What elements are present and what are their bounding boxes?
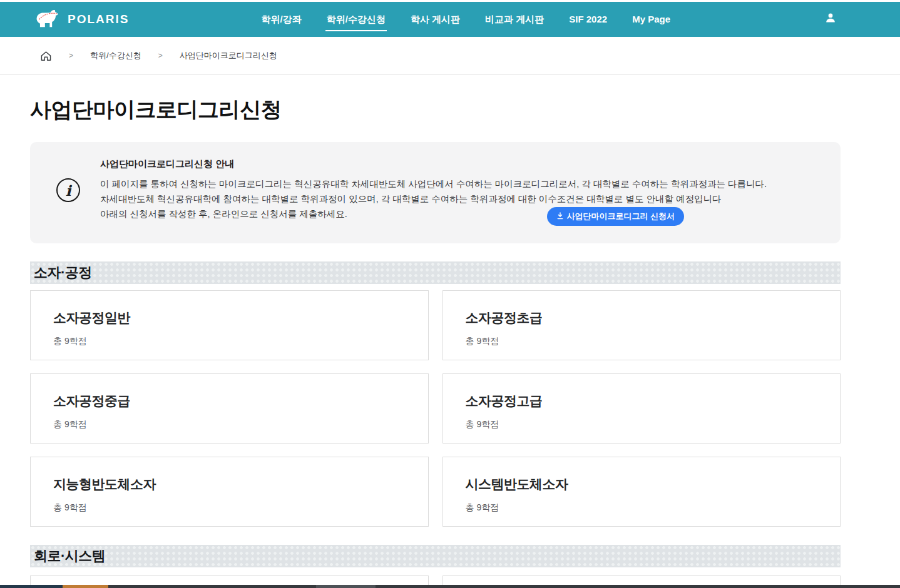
brand-logo[interactable]: POLARIS	[34, 9, 129, 31]
card-credits: 총 9학점	[466, 336, 841, 347]
notice-heading: 사업단마이크로디그리신청 안내	[100, 158, 767, 170]
section-header-circuit-system: 회로·시스템	[30, 545, 841, 567]
breadcrumb-item-enrollment[interactable]: 학위/수강신청	[90, 50, 141, 61]
breadcrumb-separator-icon: >	[158, 51, 163, 60]
taskbar-segment	[63, 585, 108, 588]
nav-item-academic-board[interactable]: 학사 게시판	[411, 14, 460, 26]
notice-line: 차세대반도체 혁신공유대학에 참여하는 대학별로 학위과정이 있으며, 각 대학…	[100, 191, 767, 206]
breadcrumb-separator-icon: >	[69, 51, 73, 60]
nav-item-degree-courses[interactable]: 학위/강좌	[262, 14, 302, 26]
section-title: 회로·시스템	[34, 547, 105, 565]
download-icon	[556, 212, 564, 221]
card-title: 소자공정중급	[53, 392, 428, 410]
home-icon[interactable]	[40, 51, 52, 61]
section-title: 소자·공정	[34, 263, 92, 282]
card-title: 지능형반도체소자	[53, 475, 428, 493]
breadcrumb-current-page: 사업단마이크로디그리신청	[180, 50, 277, 61]
breadcrumb: > 학위/수강신청 > 사업단마이크로디그리신청	[0, 37, 900, 75]
microdegree-card-grid: 소자공정일반 총 9학점 소자공정초급 총 9학점 소자공정중급 총 9학점 소…	[30, 290, 841, 527]
card-credits: 총 9학점	[53, 502, 428, 514]
user-account-button[interactable]	[824, 11, 837, 28]
user-icon	[824, 11, 837, 28]
main-content: 사업단마이크로디그리신청 i 사업단마이크로디그리신청 안내 이 페이지를 통하…	[30, 96, 841, 588]
taskbar-segment	[316, 585, 376, 588]
nav-item-my-page[interactable]: My Page	[632, 14, 670, 26]
card-credits: 총 9학점	[466, 419, 841, 430]
nav-item-sif-2022[interactable]: SIF 2022	[569, 14, 607, 26]
card-device-process-beginner[interactable]: 소자공정초급 총 9학점	[442, 290, 841, 360]
top-navbar: POLARIS 학위/강좌 학위/수강신청 학사 게시판 비교과 게시판 SIF…	[0, 2, 900, 37]
card-title: 소자공정초급	[466, 309, 841, 327]
card-title: 시스템반도체소자	[466, 475, 841, 493]
page-title: 사업단마이크로디그리신청	[30, 96, 841, 124]
card-intelligent-semiconductor-device[interactable]: 지능형반도체소자 총 9학점	[30, 457, 429, 527]
card-device-process-advanced[interactable]: 소자공정고급 총 9학점	[442, 373, 841, 444]
card-credits: 총 9학점	[53, 419, 428, 430]
info-icon: i	[56, 178, 80, 202]
polar-bear-logo-icon	[34, 9, 62, 31]
notice-line: 이 페이지를 통하여 신청하는 마이크로디그리는 혁신공유대학 차세대반도체 사…	[100, 176, 767, 191]
notice-box: i 사업단마이크로디그리신청 안내 이 페이지를 통하여 신청하는 마이크로디그…	[30, 142, 841, 243]
download-button-label: 사업단마이크로디그리 신청서	[566, 211, 675, 222]
brand-text: POLARIS	[68, 13, 129, 26]
section-header-device-process: 소자·공정	[30, 261, 841, 284]
polaris-portal-page: { "navbar": { "brand": "POLARIS", "items…	[0, 0, 900, 588]
card-device-process-general[interactable]: 소자공정일반 총 9학점	[30, 290, 429, 360]
card-system-semiconductor-device[interactable]: 시스템반도체소자 총 9학점	[442, 457, 841, 527]
card-credits: 총 9학점	[53, 336, 428, 347]
download-application-button[interactable]: 사업단마이크로디그리 신청서	[547, 207, 684, 226]
card-device-process-intermediate[interactable]: 소자공정중급 총 9학점	[30, 373, 429, 444]
nav-item-degree-enrollment[interactable]: 학위/수강신청	[327, 14, 386, 26]
taskbar-edge	[0, 585, 900, 588]
main-nav: 학위/강좌 학위/수강신청 학사 게시판 비교과 게시판 SIF 2022 My…	[262, 14, 670, 26]
nav-item-extracurricular-board[interactable]: 비교과 게시판	[485, 14, 544, 26]
taskbar-segment	[0, 585, 63, 588]
card-credits: 총 9학점	[466, 502, 841, 514]
card-title: 소자공정고급	[466, 392, 841, 410]
card-title: 소자공정일반	[53, 309, 428, 327]
